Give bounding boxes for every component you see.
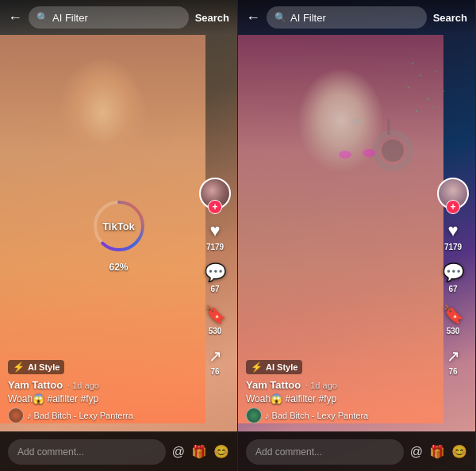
bookmark-icon-right: 🔖	[443, 304, 464, 325]
caption-right: Woah😱 #aifilter #fyp	[246, 393, 436, 404]
bottom-info-right: ⚡ AI Style Yam Tattoo · 1d ago Woah😱 #ai…	[246, 359, 436, 423]
svg-point-14	[363, 149, 375, 157]
svg-point-5	[428, 98, 430, 101]
badge-text-left: AI Style	[28, 362, 60, 372]
username-row-left: Yam Tattoo · 1d ago	[8, 379, 198, 391]
emoji-icon-right[interactable]: 😊	[451, 444, 467, 459]
loader-ring: TikTok	[91, 198, 147, 254]
comment-button-right[interactable]: 💬 67	[443, 262, 464, 293]
gift-icon-left[interactable]: 🎁	[191, 444, 207, 459]
share-icon-right: ↗	[447, 347, 460, 366]
comment-count-left: 67	[210, 285, 219, 293]
bookmark-button-left[interactable]: 🔖 530	[205, 304, 226, 335]
share-button-left[interactable]: ↗ 76	[209, 347, 222, 376]
heart-icon-left: ♥	[209, 220, 220, 241]
video-panel-right: ← 🔍 AI Filter Search + ♥ 7179 💬 67 🔖 530…	[238, 0, 476, 471]
svg-point-8	[443, 90, 445, 92]
like-count-left: 7179	[206, 243, 224, 251]
search-button-left[interactable]: Search	[195, 12, 229, 24]
badge-icon-left: ⚡	[13, 362, 25, 373]
like-button-left[interactable]: ♥ 7179	[206, 220, 224, 251]
like-button-right[interactable]: ♥ 7179	[444, 220, 462, 251]
gift-icon-right[interactable]: 🎁	[429, 444, 445, 459]
svg-point-7	[436, 71, 437, 72]
svg-point-2	[412, 63, 414, 65]
badge-icon-right: ⚡	[251, 362, 263, 373]
time-ago-right: · 1d ago	[305, 381, 337, 390]
svg-rect-12	[387, 119, 390, 135]
svg-point-4	[408, 86, 410, 89]
time-ago-left: · 1d ago	[67, 381, 99, 390]
username-left[interactable]: Yam Tattoo	[8, 379, 63, 391]
like-count-right: 7179	[444, 243, 462, 251]
video-panel-left: ← 🔍 AI Filter Search TikTok 62%	[0, 0, 238, 471]
bookmark-count-right: 530	[447, 327, 460, 335]
svg-point-3	[420, 75, 422, 77]
username-right[interactable]: Yam Tattoo	[246, 379, 301, 391]
comment-count-right: 67	[448, 285, 457, 293]
comment-bar-right: Add comment... @ 🎁 😊	[238, 431, 475, 471]
share-count-right: 76	[448, 367, 457, 376]
search-text-right: AI Filter	[290, 12, 326, 24]
top-bar-right: ← 🔍 AI Filter Search	[238, 0, 475, 35]
share-icon-left: ↗	[209, 347, 222, 366]
tiktok-loader: TikTok 62%	[91, 198, 147, 273]
avatar-container-left[interactable]: +	[199, 178, 231, 209]
right-actions-left: + ♥ 7179 💬 67 🔖 530 ↗ 76	[199, 178, 231, 376]
search-bar-left[interactable]: 🔍 AI Filter	[29, 6, 189, 29]
comment-button-left[interactable]: 💬 67	[205, 262, 226, 293]
music-text-left: ♪ Bad Bitch - Lexy Panterra	[27, 411, 133, 420]
username-row-right: Yam Tattoo · 1d ago	[246, 379, 436, 391]
comment-bar-left: Add comment... @ 🎁 😊	[0, 431, 237, 471]
tiktok-label: TikTok	[102, 220, 135, 232]
comment-icon-right: 💬	[443, 262, 464, 283]
bookmark-icon-left: 🔖	[205, 304, 226, 325]
badge-text-right: AI Style	[266, 362, 298, 372]
caption-left: Woah😱 #aifilter #fyp	[8, 393, 198, 404]
avatar-container-right[interactable]: +	[437, 178, 469, 209]
emoji-icon-left[interactable]: 😊	[213, 444, 229, 459]
back-button-left[interactable]: ←	[8, 10, 22, 26]
ai-style-badge-right: ⚡ AI Style	[246, 360, 302, 374]
at-icon-left[interactable]: @	[172, 445, 185, 459]
music-row-left: ♪ Bad Bitch - Lexy Panterra	[8, 408, 198, 423]
comment-input-right[interactable]: Add comment...	[246, 439, 404, 465]
svg-point-6	[416, 110, 418, 113]
svg-point-11	[382, 140, 404, 162]
follow-button-right[interactable]: +	[446, 200, 460, 214]
bookmark-button-right[interactable]: 🔖 530	[443, 304, 464, 335]
svg-point-13	[339, 151, 351, 159]
loader-percent: 62%	[109, 262, 128, 273]
share-button-right[interactable]: ↗ 76	[447, 347, 460, 376]
comment-input-left[interactable]: Add comment...	[8, 439, 166, 465]
at-icon-right[interactable]: @	[410, 445, 423, 459]
search-icon-right: 🔍	[274, 12, 286, 23]
music-text-right: ♪ Bad Bitch - Lexy Pantera	[265, 411, 368, 420]
search-icon-left: 🔍	[36, 12, 48, 23]
back-button-right[interactable]: ←	[246, 10, 260, 26]
follow-button-left[interactable]: +	[208, 200, 222, 214]
comment-placeholder-left: Add comment...	[17, 446, 84, 458]
music-thumb-right	[246, 408, 262, 423]
search-text-left: AI Filter	[52, 12, 88, 24]
search-button-right[interactable]: Search	[433, 12, 467, 24]
share-count-left: 76	[210, 367, 219, 376]
heart-icon-right: ♥	[447, 220, 458, 241]
top-bar-left: ← 🔍 AI Filter Search	[0, 0, 237, 35]
music-row-right: ♪ Bad Bitch - Lexy Pantera	[246, 408, 436, 423]
svg-point-9	[432, 106, 433, 108]
bottom-info-left: ⚡ AI Style Yam Tattoo · 1d ago Woah😱 #ai…	[8, 359, 198, 423]
bookmark-count-left: 530	[209, 327, 222, 335]
comment-placeholder-right: Add comment...	[255, 446, 322, 458]
right-actions-right: + ♥ 7179 💬 67 🔖 530 ↗ 76	[437, 178, 469, 376]
search-bar-right[interactable]: 🔍 AI Filter	[267, 6, 427, 29]
ai-style-badge-left: ⚡ AI Style	[8, 360, 64, 374]
comment-icon-left: 💬	[205, 262, 226, 283]
svg-rect-15	[351, 119, 363, 124]
music-thumb-left	[8, 408, 24, 423]
